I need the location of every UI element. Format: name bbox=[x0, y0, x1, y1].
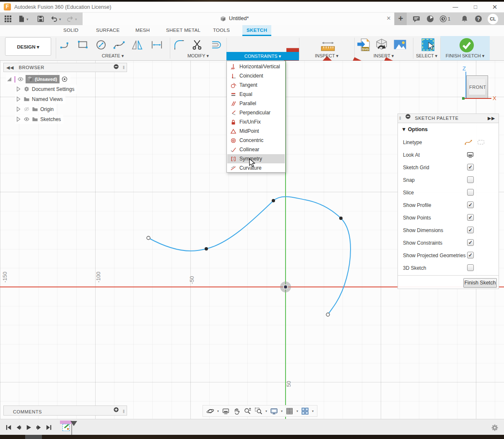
finish-sketch-icon[interactable] bbox=[458, 37, 475, 55]
checkbox-sketch-grid[interactable]: ✓ bbox=[467, 164, 474, 170]
look-at-icon[interactable] bbox=[466, 151, 474, 159]
grid-settings-icon[interactable] bbox=[286, 407, 294, 415]
visibility-eye-off-icon[interactable] bbox=[23, 106, 30, 113]
checkbox-show-dimensions[interactable]: ✓ bbox=[467, 227, 474, 233]
timeline-play-icon[interactable] bbox=[25, 424, 32, 431]
menu-item-coincident[interactable]: Coincident bbox=[227, 71, 285, 80]
file-caret-icon[interactable]: ▾ bbox=[26, 17, 29, 21]
insert-svg-icon[interactable]: SVG bbox=[357, 38, 371, 53]
constraints-group-label[interactable]: CONSTRAINTS ▾ bbox=[226, 52, 299, 60]
ribbon-tab-surface[interactable]: SURFACE bbox=[92, 25, 124, 36]
new-tab-button[interactable]: + bbox=[395, 13, 407, 25]
modify-trim-icon[interactable] bbox=[190, 39, 205, 52]
select-group-label[interactable]: SELECT ▾ bbox=[413, 53, 440, 59]
document-tab-close-icon[interactable]: ✕ bbox=[385, 15, 392, 22]
viewports-caret-icon[interactable]: ▾ bbox=[312, 409, 314, 413]
app-grid-icon[interactable] bbox=[4, 15, 12, 23]
grid-caret-icon[interactable]: ▾ bbox=[296, 409, 298, 413]
ribbon-tab-solid[interactable]: SOLID bbox=[59, 25, 83, 36]
checkbox-show-points[interactable]: ✓ bbox=[467, 214, 474, 221]
chevron-right-icon[interactable] bbox=[15, 96, 22, 103]
checkbox-snap[interactable] bbox=[467, 176, 474, 183]
display-caret-icon[interactable]: ▾ bbox=[281, 409, 283, 413]
ribbon-tab-sketch[interactable]: SKETCH bbox=[242, 25, 271, 36]
checkbox-show-constraints[interactable]: ✓ bbox=[467, 239, 474, 246]
orbit-caret-icon[interactable]: ▾ bbox=[217, 409, 219, 413]
spline-curve[interactable] bbox=[148, 196, 351, 315]
spline-fit-point[interactable] bbox=[272, 199, 275, 202]
maximize-button[interactable]: □ bbox=[471, 3, 480, 11]
document-tab[interactable]: Untitled* ✕ bbox=[83, 13, 394, 25]
notification-clock-icon[interactable] bbox=[439, 15, 447, 23]
create-dimension-icon[interactable] bbox=[148, 39, 166, 52]
workspace-selector[interactable]: DESIGN ▾ bbox=[5, 37, 51, 56]
create-spline-icon[interactable] bbox=[112, 39, 127, 52]
zoom-icon[interactable] bbox=[244, 407, 252, 415]
modify-fillet-icon[interactable] bbox=[171, 39, 187, 52]
create-mirror-icon[interactable] bbox=[130, 39, 144, 52]
create-line-icon[interactable] bbox=[59, 39, 73, 52]
inspect-measure-icon[interactable] bbox=[319, 39, 337, 55]
ribbon-tab-sheet-metal[interactable]: SHEET METAL bbox=[162, 25, 205, 36]
insert-canvas-icon[interactable] bbox=[393, 38, 407, 53]
origin-point[interactable] bbox=[283, 284, 288, 289]
chevron-right-icon[interactable] bbox=[15, 116, 22, 123]
comments-grip[interactable]: ‖ bbox=[123, 407, 125, 416]
menu-item-parallel[interactable]: Parallel bbox=[227, 99, 285, 108]
menu-item-fix-unfix[interactable]: Fix/UnFix bbox=[227, 117, 285, 127]
palette-collapse-icon[interactable]: ▶▶ bbox=[488, 114, 495, 123]
browser-item-sketches[interactable]: Sketches bbox=[15, 115, 63, 124]
look-at-icon[interactable] bbox=[222, 407, 230, 415]
create-group-label[interactable]: CREATE ▾ bbox=[56, 53, 170, 59]
root-node[interactable]: (Unsaved) bbox=[26, 75, 60, 83]
timeline-marker-flag[interactable] bbox=[70, 421, 77, 426]
insert-group-label[interactable]: INSERT ▾ bbox=[354, 53, 413, 59]
select-tool-icon[interactable] bbox=[421, 37, 436, 54]
browser-panel-header[interactable]: ◀◀ BROWSER ‖ bbox=[3, 63, 127, 72]
redo-icon[interactable] bbox=[66, 15, 74, 23]
timeline-step-forward-icon[interactable] bbox=[35, 424, 42, 431]
insert-mesh-icon[interactable] bbox=[374, 38, 389, 53]
redo-caret-icon[interactable]: ▾ bbox=[75, 17, 77, 21]
menu-item-midpoint[interactable]: MidPoint bbox=[227, 127, 285, 136]
menu-item-perpendicular[interactable]: Perpendicular bbox=[227, 108, 285, 117]
finish-sketch-button[interactable]: Finish Sketch bbox=[463, 278, 497, 288]
browser-root-row[interactable]: (Unsaved) bbox=[6, 75, 70, 84]
viewports-icon[interactable] bbox=[301, 407, 309, 415]
create-circle-icon[interactable] bbox=[94, 39, 109, 52]
menu-item-horizontal-vertical[interactable]: Horizontal/Vertical bbox=[227, 62, 285, 71]
checkbox-3d-sketch[interactable] bbox=[467, 264, 474, 271]
job-status-icon[interactable] bbox=[426, 15, 434, 23]
ribbon-tab-mesh[interactable]: MESH bbox=[131, 25, 154, 36]
ribbon-tab-tools[interactable]: TOOLS bbox=[209, 25, 234, 36]
menu-item-equal[interactable]: Equal bbox=[227, 90, 285, 99]
pan-icon[interactable] bbox=[233, 407, 241, 415]
spline-end-point[interactable] bbox=[147, 236, 150, 240]
palette-minimize-icon[interactable] bbox=[405, 115, 411, 120]
browser-item-named-views[interactable]: Named Views bbox=[15, 95, 65, 104]
spline-fit-point[interactable] bbox=[339, 217, 343, 220]
chevron-right-icon[interactable] bbox=[15, 106, 22, 113]
timeline-settings-gear-icon[interactable] bbox=[491, 424, 499, 432]
palette-options-section[interactable]: ▼ Options bbox=[401, 127, 428, 132]
expand-open-icon[interactable] bbox=[6, 76, 13, 83]
menu-item-tangent[interactable]: Tangent bbox=[227, 80, 285, 90]
modify-offset-icon[interactable] bbox=[208, 39, 225, 52]
create-rectangle-icon[interactable] bbox=[76, 39, 90, 52]
browser-item-document-settings[interactable]: Document Settings bbox=[15, 85, 77, 94]
comments-panel-header[interactable]: COMMENTS ‖ bbox=[3, 405, 127, 416]
viewcube[interactable]: FRONT bbox=[466, 75, 488, 98]
comments-add-icon[interactable] bbox=[113, 407, 119, 415]
checkbox-show-projected-geometries[interactable]: ✓ bbox=[467, 252, 474, 258]
linetype-construction-icon[interactable] bbox=[477, 139, 485, 146]
finish-sketch-group-label[interactable]: FINISH SKETCH ▾ bbox=[440, 53, 490, 59]
display-settings-icon[interactable] bbox=[270, 407, 278, 415]
spline-fit-point[interactable] bbox=[205, 247, 208, 250]
zoom-window-caret-icon[interactable]: ▾ bbox=[265, 409, 267, 413]
timeline-sketch-span[interactable] bbox=[60, 421, 72, 424]
activate-component-icon[interactable] bbox=[61, 76, 68, 83]
minimize-button[interactable]: — bbox=[451, 3, 460, 11]
chevron-right-icon[interactable] bbox=[15, 86, 22, 93]
menu-item-collinear[interactable]: Collinear bbox=[227, 145, 285, 154]
timeline-step-back-icon[interactable] bbox=[15, 424, 22, 431]
